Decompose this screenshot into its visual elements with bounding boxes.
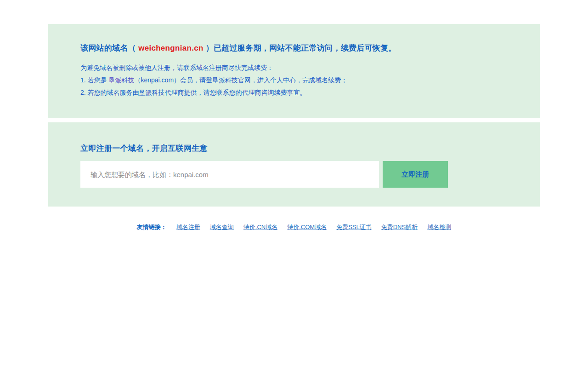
renewal-step-1-suffix: （kenpai.com）会员，请登垦派科技官网，进入个人中心，完成域名续费； bbox=[134, 76, 347, 84]
footer-link-free-ssl[interactable]: 免费SSL证书 bbox=[336, 223, 372, 231]
footer-link-free-dns[interactable]: 免费DNS解析 bbox=[381, 223, 418, 231]
footer-link-domain-check[interactable]: 域名检测 bbox=[427, 223, 451, 231]
friendly-links-footer: 友情链接： 域名注册 域名查询 特价.CN域名 特价.COM域名 免费SSL证书… bbox=[0, 223, 588, 231]
expiry-notice-panel: 该网站的域名（ weichengnian.cn ）已超过服务期，网站不能正常访问… bbox=[48, 24, 540, 118]
expiry-instructions: 为避免域名被删除或被他人注册，请联系域名注册商尽快完成续费： 1. 若您是 垦派… bbox=[80, 62, 508, 99]
expired-domain-name: weichengnian.cn bbox=[138, 44, 203, 52]
register-now-button[interactable]: 立即注册 bbox=[383, 161, 448, 188]
expiry-heading: 该网站的域名（ weichengnian.cn ）已超过服务期，网站不能正常访问… bbox=[80, 43, 508, 53]
domain-register-panel: 立即注册一个域名，开启互联网生意 立即注册 bbox=[48, 122, 540, 207]
register-heading: 立即注册一个域名，开启互联网生意 bbox=[80, 144, 508, 154]
renewal-step-1-prefix: 1. 若您是 bbox=[80, 76, 108, 84]
kenpai-link[interactable]: 垦派科技 bbox=[108, 76, 134, 84]
renewal-intro-line: 为避免域名被删除或被他人注册，请联系域名注册商尽快完成续费： bbox=[80, 62, 508, 74]
expiry-heading-prefix: 该网站的域名（ bbox=[80, 44, 138, 52]
domain-search-input[interactable] bbox=[80, 161, 379, 188]
expiry-heading-suffix: ）已超过服务期，网站不能正常访问，续费后可恢复。 bbox=[204, 44, 396, 52]
renewal-step-2: 2. 若您的域名服务由垦派科技代理商提供，请您联系您的代理商咨询续费事宜。 bbox=[80, 86, 508, 99]
renewal-step-1: 1. 若您是 垦派科技（kenpai.com）会员，请登垦派科技官网，进入个人中… bbox=[80, 74, 508, 86]
footer-link-cn-domain-deal[interactable]: 特价.CN域名 bbox=[243, 223, 277, 231]
domain-search-row: 立即注册 bbox=[80, 161, 508, 188]
footer-link-domain-register[interactable]: 域名注册 bbox=[176, 223, 200, 231]
footer-link-com-domain-deal[interactable]: 特价.COM域名 bbox=[287, 223, 327, 231]
footer-link-domain-lookup[interactable]: 域名查询 bbox=[210, 223, 234, 231]
friendly-links-label: 友情链接： bbox=[137, 223, 167, 231]
